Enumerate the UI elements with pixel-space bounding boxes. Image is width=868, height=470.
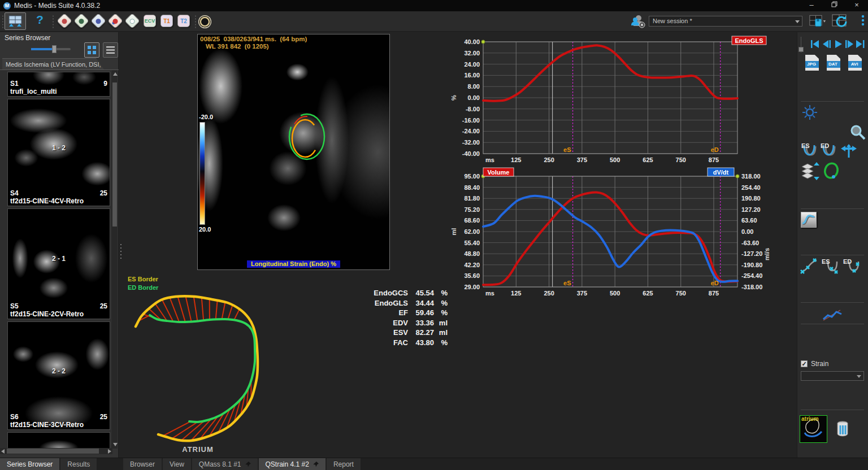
flip-contour-button[interactable] <box>840 143 857 159</box>
layers-button[interactable] <box>801 161 820 181</box>
measurement-unit: ml <box>434 319 448 329</box>
svg-text:190.80: 190.80 <box>741 195 761 202</box>
svg-text:81.80: 81.80 <box>464 195 480 202</box>
app-icon-ring[interactable] <box>198 15 211 28</box>
series-meta: S19 <box>8 80 110 88</box>
overflow-menu-button[interactable] <box>854 13 868 29</box>
magnifier-button[interactable] <box>849 124 866 141</box>
pin-icon[interactable] <box>313 462 319 467</box>
export-avi-button[interactable]: AVI <box>848 55 862 71</box>
session-value: New session * <box>653 18 692 24</box>
strain-chart[interactable]: 40.0032.0024.0016.008.000.00-8.00-16.00-… <box>449 34 774 169</box>
spline-tool-button[interactable] <box>801 212 817 228</box>
es-contour-button[interactable]: ES <box>801 142 819 159</box>
session-dropdown[interactable]: New session * <box>649 16 802 27</box>
strain-mode-label: Longitudinal Strain (Endo) % <box>247 260 340 268</box>
contour-ellipse-button[interactable] <box>822 161 840 180</box>
cine-playback-controls[interactable] <box>810 39 866 49</box>
app-tab-qstrain-4-1-2[interactable]: QStrain 4.1 #2 <box>259 458 326 470</box>
app-icon-shield[interactable] <box>124 13 140 29</box>
series-name: trufi_loc_multi <box>10 88 57 95</box>
export-dat-button[interactable]: DAT <box>827 55 840 71</box>
roi-thumbnail[interactable]: atrium <box>800 415 827 443</box>
svg-text:-16.00: -16.00 <box>462 117 480 124</box>
toolbar-grip[interactable] <box>52 15 54 28</box>
edit-points-button[interactable] <box>800 257 819 275</box>
panel-tab-results[interactable]: Results <box>60 458 97 470</box>
panel-tab-series-browser[interactable]: Series Browser <box>0 458 59 470</box>
series-vertical-scrollbar[interactable] <box>112 70 118 449</box>
grid-view-button[interactable] <box>84 42 99 58</box>
thumbnail-size-slider[interactable] <box>31 48 71 50</box>
ed-contour-button[interactable]: ED <box>820 142 838 159</box>
minimize-button[interactable]: – <box>800 0 823 11</box>
panel-splitter[interactable] <box>120 243 122 260</box>
contour-overlay[interactable] <box>281 108 336 173</box>
skip-start-icon <box>813 40 819 48</box>
app-icon-qmass[interactable] <box>57 13 72 29</box>
slider-thumb[interactable] <box>52 45 57 53</box>
pin-icon[interactable] <box>245 462 251 467</box>
toolbar-grip[interactable] <box>2 15 4 28</box>
app-icon-qflow[interactable] <box>73 13 89 29</box>
measurement-label: EndoGLS <box>356 299 408 309</box>
medis-suite-window: M Medis - Medis Suite 4.0.38.2 – × ? ECV <box>0 0 868 470</box>
restore-button[interactable] <box>823 0 845 11</box>
measurement-unit: % <box>434 299 448 309</box>
show-graphs-button[interactable] <box>822 307 843 324</box>
measurement-unit: % <box>434 289 448 299</box>
series-thumbnail[interactable] <box>7 432 110 449</box>
app-icon-t2[interactable]: T2 <box>177 15 190 27</box>
series-thumbnail-s5[interactable]: 2 - 1S525tf2d15-CINE-2CV-Retro <box>7 208 110 319</box>
scroll-left-icon[interactable] <box>1 449 5 454</box>
edit-ed-points-button[interactable]: ED <box>843 257 862 275</box>
window-width-level-button[interactable] <box>802 105 818 120</box>
series-thumbnail-s4[interactable]: 1 - 2S425tf2d15-CINE-4CV-Retro <box>7 99 110 206</box>
series-browser-panel: Series Browser Medis Ischemia (LV Functi… <box>0 32 119 458</box>
app-tab-view[interactable]: View <box>163 458 191 470</box>
strain-checkbox[interactable]: ✓ <box>801 360 808 367</box>
svg-text:ml/s: ml/s <box>763 248 770 260</box>
scroll-up-icon[interactable] <box>113 72 118 76</box>
app-tab-qmass-8-1-1[interactable]: QMass 8.1 #1 <box>192 458 258 470</box>
edit-es-points-button[interactable]: ES <box>821 257 840 275</box>
toolbar-grip[interactable] <box>194 15 197 28</box>
app-icon-ecv[interactable]: ECV <box>144 15 156 27</box>
svg-text:-24.00: -24.00 <box>462 128 480 134</box>
series-horizontal-scrollbar[interactable] <box>0 448 112 454</box>
app-tab-browser[interactable]: Browser <box>123 458 162 470</box>
app-icon-qstrain[interactable] <box>107 13 123 29</box>
svg-text:500: 500 <box>610 290 620 297</box>
scroll-right-icon[interactable] <box>108 449 111 454</box>
series-frame-count: 9 <box>103 80 107 88</box>
measurement-row: ESV82.27ml <box>356 328 448 338</box>
strain-type-dropdown[interactable] <box>801 371 864 381</box>
measurement-label: FAC <box>356 338 408 349</box>
export-jpg-button[interactable]: JPG <box>805 55 819 71</box>
colorbar-min-label: 20.0 <box>199 226 211 233</box>
save-layout-button[interactable] <box>809 13 826 29</box>
app-icon-t1[interactable]: T1 <box>160 15 173 27</box>
study-tab[interactable]: Medis Ischemia (LV Function, DSI, ... <box>2 58 104 69</box>
frame-slider-thumb[interactable] <box>798 47 804 52</box>
help-button[interactable]: ? <box>36 13 44 27</box>
app-tab-report[interactable]: Report <box>327 458 361 470</box>
reset-layout-button[interactable] <box>832 13 849 29</box>
app-icon-3d-view[interactable] <box>90 13 106 29</box>
mri-viewport[interactable]: 008/25 038/0263/941 ms. (64 bpm) WL 391 … <box>197 34 390 270</box>
delete-roi-button[interactable] <box>836 421 849 437</box>
volume-chart[interactable]: 95.0088.4081.8075.2068.6062.0055.4048.80… <box>449 167 774 303</box>
scrollbar-thumb[interactable] <box>112 82 117 227</box>
scrollbar-thumb[interactable] <box>7 449 99 454</box>
strain-contour-diagram[interactable] <box>123 287 270 448</box>
series-thumbnail-s6[interactable]: 2 - 2S625tf2d15-CINE-3CV-Retro <box>7 321 110 430</box>
series-browser-title: Series Browser <box>5 34 50 42</box>
scroll-down-icon[interactable] <box>113 443 118 446</box>
close-button[interactable]: × <box>845 0 868 11</box>
hanging-protocol-button[interactable] <box>5 12 26 30</box>
series-thumbnail-s1[interactable]: S19trufi_loc_multi <box>7 72 110 97</box>
list-view-button[interactable] <box>103 42 118 58</box>
user-session-icon[interactable] <box>631 14 645 28</box>
svg-text:125: 125 <box>511 156 521 163</box>
svg-text:eD: eD <box>711 146 719 153</box>
